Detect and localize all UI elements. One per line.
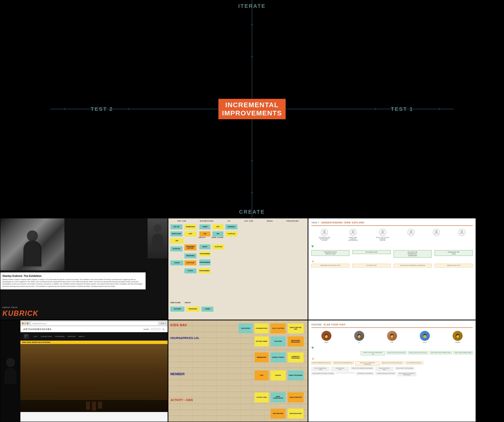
flow-box: GO FOUND TOUR (352, 250, 390, 254)
sticky-note: AUCTIONS (170, 307, 184, 312)
persona-name: FIRST THE FUTUREMUSEUMVISITOR (376, 237, 389, 241)
feature-title: PLAN YOUR VISIT (324, 323, 346, 326)
sticky-note: HOURS & PRICES (271, 352, 286, 362)
flow-info-box: MAY NOT UNDERSTANDFILTER (312, 367, 329, 371)
persona-name-jil: JIL (358, 342, 360, 343)
wall-title-activity: ACTIVITY – KIDS (170, 398, 193, 402)
task7-panel: TASK 7 UNDERSTANDING TERM 'EXPLORE' HIST… (308, 218, 476, 320)
test2-label: TEST 2 (91, 106, 113, 112)
feature-flow-row1: WANTS TO SEE HOURS SOME BEFORE VISIT WOU… (312, 351, 473, 356)
flow-info-box: DID NOT WANT TO WAIT ANYMORE (395, 367, 414, 370)
sticky-note: PROGRAMS (184, 253, 196, 258)
sticky-note: PROGRAMMES (198, 268, 210, 273)
persona-name-sara: SARA (324, 342, 328, 343)
flow-boxes: PROGRAMS FOR ASPECIAL TOUR GO FOUND TOUR… (312, 250, 473, 258)
website-content-area: artsandmuseums.com ◀ ▶ ↺ ARTSANDMUSEUMS … (20, 320, 168, 412)
sticky-note: MEMBERSHIP (255, 352, 269, 362)
dot (252, 56, 252, 57)
svg-point-2 (382, 231, 383, 232)
video-frame (0, 320, 20, 422)
feature-flow-row2: MAY NOT UNDERSTAND THE FILTER WANTS TO S… (312, 362, 473, 366)
main-nav: VISIT EXHIBITIONS PROGRAMS SUPPORT ABOUT (33, 336, 85, 337)
kubrick-thumbnail[interactable]: Stanley Kubrick: The Exhibition Stanley … (0, 218, 168, 320)
yellow-banner: WISE SONS JEWISH DELICATESSEN (20, 341, 168, 344)
persona-photo-alex: 👨 (420, 331, 430, 341)
persona-avatar (433, 229, 440, 236)
flow-concern-box: MAY CONFUSE THE FILTERS (405, 362, 423, 364)
svg-point-1 (352, 231, 354, 232)
sticky-note: VISIT (212, 224, 223, 229)
wall-label: ABOUT (198, 236, 206, 238)
flow-concern-box: WANTS TO SEE HOURS BEFORE VISIT (333, 362, 354, 364)
flow-box: PROGRAMS FOR ASPECIAL TOUR (312, 250, 349, 256)
persona-photo-debra: 👩 (453, 331, 463, 341)
flow-concern-box: WOULD NOT CLICK ON PLAN YOUR VISIT (381, 362, 403, 364)
search-box[interactable] (151, 328, 161, 330)
website-header: ARTSANDMUSEUMS SHARE 🔍 (20, 326, 168, 332)
kubrick-photo (0, 218, 64, 270)
back-icon: ◀ (161, 323, 162, 324)
svg-point-5 (461, 231, 463, 232)
flow-note-box: THE BEST THING ABOUT THE FILTER (376, 372, 396, 375)
description-boxes: PROGRAMS FOR A SPECIAL TOUR GO FOUND TOU… (312, 264, 473, 267)
wall-title-kids: KIDS NAV (170, 323, 187, 327)
dot (128, 109, 129, 110)
nav-programs[interactable]: PROGRAMS (55, 336, 65, 337)
task-number: TASK 7 (312, 221, 319, 224)
sticky-note: ART C/M (170, 224, 182, 229)
persona-avatar (408, 229, 415, 236)
sticky-note: FLATPLAN (170, 246, 182, 251)
dot (64, 109, 65, 110)
persona-1: HISTORICAL ENGENTHUSIASTVISITOR (319, 229, 330, 241)
persona-jil: 👩 JIL (354, 331, 364, 343)
test1-label: TEST 1 (391, 106, 413, 112)
task-title: UNDERSTANDING TERM 'EXPLORE' (321, 221, 365, 224)
website-thumbnail[interactable]: artsandmuseums.com ◀ ▶ ↺ ARTSANDMUSEUMS … (0, 320, 168, 422)
sticky-note: FLATPLAN (212, 244, 224, 249)
flow-note-box: WOULD RATHER USE GOOGLE TO SEARCH (312, 372, 335, 375)
desc-box: PROGRAMS FOR A SPECIAL TOUR (312, 264, 349, 267)
desc-box: DOWNLOAD THE TOUR (435, 264, 473, 267)
nav-visit[interactable]: VISIT (33, 336, 38, 337)
feature-flow-box: WANTS TO SEE HOURS SOME BEFORE VISIT (361, 351, 385, 356)
flow-info-box: THOUGHT THAT SOMETHING WAS WRONG (351, 367, 374, 370)
flow-info-box: WOULD NOT EXPECTHERE (375, 367, 393, 371)
wall-label: WEB GAME (212, 236, 224, 238)
sticky-note: EXPLORE KIDS (271, 409, 286, 419)
task-header: TASK 7 UNDERSTANDING TERM 'EXPLORE' (312, 221, 473, 226)
sticky-note: DIGITAL MAG (170, 231, 182, 236)
nav-support[interactable]: SUPPORT (68, 336, 76, 337)
sticky-note: CALENDAR KIDS (255, 323, 269, 333)
browser-dot-red (22, 323, 24, 324)
flow-note-box: IN CATEGORY TO SHOW WHAT (356, 372, 374, 375)
persona-name-alex: ALEX (423, 342, 427, 343)
sticky-note: DONATE (271, 370, 286, 380)
wall-title-member: MEMBER (170, 372, 185, 376)
create-label: CREATE (239, 209, 265, 215)
persona-name-debra: DEBRA (455, 342, 460, 343)
sticky-note: P/W (199, 231, 210, 236)
center-label: INCREMENTAL IMPROVEMENTS (218, 99, 286, 119)
wall-label: WEB GAME (170, 301, 180, 304)
sticky-note: COMMUNITY PROGRAMS (288, 352, 304, 362)
browser-url[interactable]: artsandmuseums.com (31, 322, 158, 325)
sticky-note: SARA CONDITION (288, 392, 304, 402)
website-logo: ARTSANDMUSEUMS (24, 328, 52, 330)
feature-flow-box: LIKES TO SMALL FRIENDLY AHEAD (453, 351, 473, 354)
flow-info-box: DOES NOT WANTTO BE (331, 367, 349, 371)
sticky-note: CALL TO ACTION (271, 323, 286, 333)
svg-point-3 (410, 231, 412, 232)
feature-flow-box: WOULD CLICK ON PLAN YOUR VISIT (408, 351, 428, 354)
nav-exhibitions[interactable]: EXHIBITIONS (41, 336, 52, 337)
flow-concern-box: WOULD CLICK ON DOWNLOAD EXPERIENCES (355, 362, 379, 366)
persona-koh: 👩 KOH (387, 331, 397, 343)
dot (252, 160, 252, 161)
sticky-note: BASIC COMPOSITION (271, 392, 286, 402)
sticky-note: VISIT (184, 231, 196, 236)
sticky-note: PROGRAMS (186, 307, 199, 312)
dot (252, 192, 252, 193)
persona-3: FIRST THE FUTUREMUSEUMVISITOR (376, 229, 389, 241)
persona-avatar (379, 229, 386, 236)
refresh-icon: ↺ (165, 323, 166, 324)
nav-about[interactable]: ABOUT (79, 336, 84, 337)
